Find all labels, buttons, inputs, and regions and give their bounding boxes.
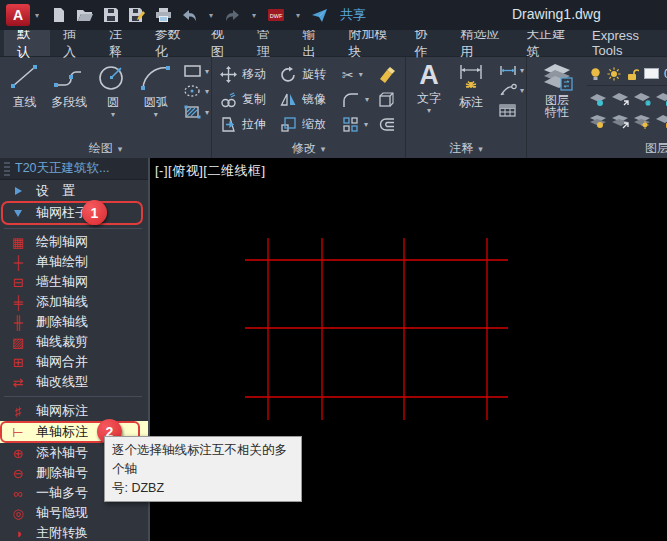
- mirror-button[interactable]: 镜像: [280, 91, 342, 108]
- array-button[interactable]: ▾: [342, 116, 378, 133]
- rectangle-button[interactable]: ▾: [183, 64, 209, 78]
- layer-lock-icon[interactable]: [654, 92, 667, 107]
- sidebar-item-8[interactable]: ▨轴线裁剪: [0, 332, 148, 352]
- dwf-icon[interactable]: DWF: [267, 7, 285, 23]
- text-dropdown-icon[interactable]: ▾: [427, 107, 431, 115]
- erase-button[interactable]: [378, 66, 404, 83]
- linear-dimension-dropdown-icon[interactable]: ▾: [520, 66, 524, 75]
- hatch-button[interactable]: ▾: [183, 104, 209, 120]
- draw-panel-expander[interactable]: 绘图: [0, 138, 211, 158]
- explode-button[interactable]: [378, 91, 404, 108]
- ellipse-button[interactable]: ▾: [183, 84, 209, 98]
- sidebar-item-17[interactable]: ◑主附转换: [0, 523, 148, 541]
- fillet-button[interactable]: ▾: [342, 92, 378, 108]
- rotate-button[interactable]: 旋转: [280, 66, 342, 83]
- sidebar-item-10[interactable]: ⇄轴改线型: [0, 372, 148, 392]
- sidebar-item-11[interactable]: ♯轴网标注: [0, 401, 148, 421]
- panel-grip-icon[interactable]: [4, 162, 10, 176]
- tab-Express Tools[interactable]: Express Tools: [579, 30, 667, 56]
- save-as-icon[interactable]: [128, 7, 146, 23]
- layer-on-icon[interactable]: [588, 92, 608, 107]
- tab-视图[interactable]: 视图: [198, 30, 244, 56]
- save-icon[interactable]: [103, 7, 119, 23]
- tab-管理[interactable]: 管理: [244, 30, 290, 56]
- tab-精选应用[interactable]: 精选应用: [447, 30, 513, 56]
- layer-isolate-icon[interactable]: [632, 114, 652, 129]
- layer-unlock-tool-icon[interactable]: [654, 114, 667, 129]
- layer-freeze-icon[interactable]: [632, 92, 652, 107]
- sidebar-item-3[interactable]: ▦绘制轴网: [0, 232, 148, 252]
- dimension-button[interactable]: 标注: [448, 62, 494, 138]
- redo-dropdown-icon[interactable]: ▾: [252, 11, 256, 20]
- linear-dimension-button[interactable]: ▾: [498, 64, 524, 77]
- sidebar-item-6[interactable]: ╪添加轴线: [0, 292, 148, 312]
- layer-thaw-icon[interactable]: [610, 114, 630, 129]
- open-file-icon[interactable]: [76, 7, 94, 23]
- plot-icon[interactable]: [155, 7, 172, 23]
- sidebar-item-1[interactable]: 设 置: [0, 180, 148, 201]
- tab-附加模块[interactable]: 附加模块: [336, 30, 402, 56]
- circle-button[interactable]: 圆 ▾: [93, 62, 132, 138]
- sidebar-item-label: 删除轴号: [36, 464, 88, 482]
- undo-dropdown-icon[interactable]: ▾: [209, 11, 213, 20]
- trim-button[interactable]: ✂ ▾: [342, 68, 378, 82]
- arc-dropdown-icon[interactable]: ▾: [154, 111, 158, 119]
- sidebar-item-4[interactable]: ┼单轴绘制: [0, 252, 148, 272]
- annotate-panel-expander[interactable]: 注释: [406, 138, 526, 158]
- sidebar-item-9[interactable]: ⊞轴网合并: [0, 352, 148, 372]
- fillet-dropdown-icon[interactable]: ▾: [365, 95, 369, 104]
- table-button[interactable]: [498, 103, 524, 118]
- tab-插入[interactable]: 插入: [50, 30, 96, 56]
- copy-button[interactable]: 复制: [220, 91, 280, 108]
- arc-button[interactable]: 圆弧 ▾: [132, 62, 179, 138]
- layer-state-control[interactable]: 0: [587, 62, 667, 86]
- app-menu-button[interactable]: A: [6, 4, 30, 26]
- rectangle-dropdown-icon[interactable]: ▾: [205, 67, 209, 76]
- viewport-controls-label[interactable]: [-][俯视][二维线框]: [155, 162, 266, 180]
- hatch-icon: [183, 104, 203, 120]
- share-label[interactable]: 共享: [340, 6, 366, 24]
- polyline-button[interactable]: 多段线: [45, 62, 93, 138]
- scale-button[interactable]: 缩放: [280, 116, 342, 133]
- app-menu-arrow-icon[interactable]: ▾: [35, 11, 39, 20]
- sidebar-item-7[interactable]: ╫删除轴线: [0, 312, 148, 332]
- leader-button[interactable]: ▾: [498, 83, 524, 97]
- line-button[interactable]: 直线: [4, 62, 45, 138]
- sidebar-item-5[interactable]: ⊟墙生轴网: [0, 272, 148, 292]
- tab-参数化[interactable]: 参数化: [142, 30, 198, 56]
- tab-天正建筑[interactable]: 天正建筑: [513, 30, 579, 56]
- sidebar-item-label: 单轴绘制: [36, 253, 88, 271]
- new-file-icon[interactable]: [51, 7, 67, 23]
- icon-slot: ⊢: [3, 426, 33, 439]
- tab-注释[interactable]: 注释: [96, 30, 142, 56]
- draw-panel: 直线 多段线 圆 ▾: [0, 57, 212, 158]
- undo-icon[interactable]: [181, 8, 198, 23]
- modify-panel-expander[interactable]: 修改: [212, 138, 405, 158]
- trim-dropdown-icon[interactable]: ▾: [359, 70, 363, 79]
- offset-button[interactable]: [378, 117, 404, 132]
- tab-协作[interactable]: 协作: [401, 30, 447, 56]
- leader-dropdown-icon[interactable]: ▾: [520, 86, 524, 95]
- icon-slot: ⇄: [3, 376, 33, 389]
- ellipse-dropdown-icon[interactable]: ▾: [205, 87, 209, 96]
- text-button[interactable]: A 文字 ▾: [410, 62, 448, 138]
- dwf-dropdown-icon[interactable]: ▾: [296, 11, 300, 20]
- layer-walk-icon[interactable]: [610, 92, 630, 107]
- sidebar-header[interactable]: T20天正建筑软...: [0, 158, 148, 180]
- layer-properties-button[interactable]: 图层 特性: [533, 62, 581, 138]
- layer-turn-on-icon[interactable]: [588, 114, 608, 129]
- sidebar-item-2[interactable]: 轴网柱子1: [0, 201, 148, 225]
- tab-默认[interactable]: 默认: [4, 30, 50, 56]
- array-dropdown-icon[interactable]: ▾: [364, 120, 368, 129]
- redo-icon[interactable]: [224, 8, 241, 23]
- share-icon[interactable]: [311, 8, 328, 23]
- icon-slot: ▨: [3, 336, 33, 349]
- tab-输出[interactable]: 输出: [290, 30, 336, 56]
- hatch-dropdown-icon[interactable]: ▾: [205, 108, 209, 117]
- move-button[interactable]: 移动: [220, 66, 280, 83]
- stretch-button[interactable]: 拉伸: [220, 116, 280, 133]
- layer-bulb-icon: [589, 67, 602, 81]
- circle-dropdown-icon[interactable]: ▾: [111, 111, 115, 119]
- main-sub-convert-icon: ◑: [14, 527, 22, 540]
- sidebar-item-16[interactable]: ◎轴号隐现: [0, 503, 148, 523]
